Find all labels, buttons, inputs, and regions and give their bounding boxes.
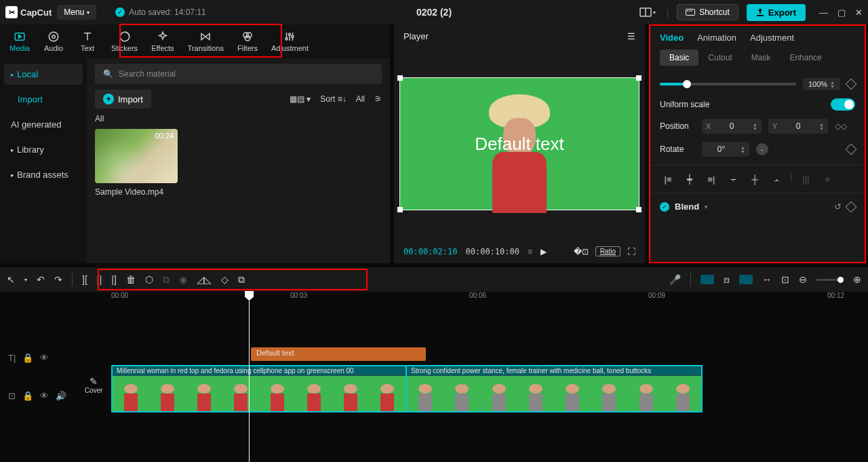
align-left-icon[interactable]: |≡ [660, 171, 676, 187]
play-button[interactable]: ▶ [540, 247, 547, 256]
magnet-icon[interactable]: ⧈ [724, 274, 730, 286]
keyframe-icon[interactable] [846, 79, 857, 90]
trim-left-tool[interactable]: [| [97, 274, 102, 285]
minimize-button[interactable]: — [819, 7, 828, 18]
pointer-dropdown[interactable]: ▾ [24, 277, 27, 283]
preview-icon[interactable]: ⊡ [781, 274, 789, 285]
timeline-ruler[interactable]: 00:00 00:03 00:06 00:09 00:12 [0, 292, 868, 307]
text-clip[interactable]: Default text [251, 347, 426, 361]
record-tool[interactable]: ◉ [179, 274, 187, 285]
sidebar-library[interactable]: ▸Library [4, 139, 83, 160]
keyframe-icon[interactable] [846, 201, 857, 212]
tab-media[interactable]: Media [3, 28, 37, 55]
subtab-basic[interactable]: Basic [660, 50, 698, 66]
ratio-button[interactable]: Ratio [595, 246, 620, 256]
snap-icon[interactable] [701, 275, 714, 284]
delete-tool[interactable]: 🗑 [126, 274, 136, 285]
rotate-tool[interactable]: ◇ [221, 274, 229, 285]
subtab-mask[interactable]: Mask [742, 50, 781, 66]
pointer-tool[interactable]: ↖ [7, 274, 15, 285]
maximize-button[interactable]: ▢ [837, 7, 846, 18]
crop-tool[interactable]: ⧉ [238, 274, 245, 286]
lock-icon[interactable]: 🔒 [22, 391, 33, 401]
rotate-input[interactable]: 0°▲▼ [702, 142, 749, 157]
view-toggle[interactable]: ▦▤ ▾ [290, 94, 311, 104]
copy-tool[interactable]: ⧉ [163, 274, 170, 286]
mirror-tool[interactable]: ◿◺ [197, 274, 212, 285]
export-button[interactable]: Export [747, 4, 806, 21]
tab-transitions[interactable]: Transitions [181, 28, 231, 55]
align-hcenter-icon[interactable]: ┿ [682, 171, 698, 187]
blend-label[interactable]: Blend [675, 201, 699, 212]
sidebar-local[interactable]: ▸Local [4, 64, 83, 85]
lock-icon[interactable]: 🔒 [22, 353, 33, 363]
media-panel: Media Audio Text Stickers Effects Transi… [0, 24, 390, 263]
mute-icon[interactable]: 🔊 [56, 391, 66, 401]
search-input[interactable]: 🔍Search material [95, 64, 382, 84]
split-tool[interactable]: ]​[ [82, 274, 87, 285]
mic-icon[interactable]: 🎤 [669, 274, 681, 285]
cover-button[interactable]: ✎Cover [79, 376, 108, 394]
video-clip-2[interactable]: Strong confident power stance, female tr… [407, 365, 703, 412]
align-top-icon[interactable]: ⫟ [725, 171, 741, 187]
media-thumb[interactable]: 00:24 Sample Video.mp4 [95, 129, 178, 197]
subtab-enhance[interactable]: Enhance [780, 50, 831, 66]
uniform-scale-toggle[interactable] [831, 98, 855, 111]
tab-effects[interactable]: Effects [144, 28, 180, 55]
layout-button[interactable]: ▾ [637, 5, 658, 20]
distribute-v-icon[interactable]: ≡ [819, 171, 835, 187]
shortcut-button[interactable]: Shortcut [677, 4, 738, 20]
capture-icon[interactable]: �⊡ [574, 247, 589, 256]
media-browser: 🔍Search material +Import ▦▤ ▾ Sort ≡↓ Al… [87, 58, 390, 263]
redo-button[interactable]: ↷ [54, 274, 62, 285]
player-canvas[interactable]: Default text [399, 77, 639, 210]
tab-text[interactable]: Text [71, 28, 104, 55]
distribute-h-icon[interactable]: ||| [797, 171, 814, 187]
reset-icon[interactable]: ↺ [834, 201, 842, 212]
rotate-dial[interactable]: - [756, 143, 768, 155]
playhead[interactable] [249, 292, 250, 462]
timeline[interactable]: 00:00 00:03 00:06 00:09 00:12 T|🔒👁 Defau… [0, 292, 868, 462]
shield-tool[interactable]: ⬡ [145, 274, 153, 285]
pos-x-input[interactable]: X0▲▼ [702, 119, 762, 134]
sidebar-import[interactable]: Import [4, 89, 83, 110]
scale-value[interactable]: 100%▲▼ [803, 78, 840, 90]
tab-stickers[interactable]: Stickers [104, 28, 144, 55]
zoom-out-icon[interactable]: ⊖ [799, 274, 807, 285]
close-button[interactable]: ✕ [855, 7, 863, 18]
player-panel: Player ☰ Default text 00:00:02:10 00:00:… [394, 24, 645, 263]
keyframe-icon[interactable] [846, 144, 857, 155]
video-clip-1[interactable]: Millennial woman in red top and fedora u… [111, 365, 407, 412]
insp-tab-animation[interactable]: Animation [697, 33, 736, 43]
zoom-in-icon[interactable]: ⊕ [853, 274, 861, 285]
align-right-icon[interactable]: ≡| [703, 171, 719, 187]
insp-tab-video[interactable]: Video [660, 33, 684, 43]
eye-icon[interactable]: 👁 [40, 353, 49, 363]
trim-right-tool[interactable]: |] [111, 274, 117, 285]
tab-adjustment[interactable]: Adjustment [264, 28, 315, 55]
menu-button[interactable]: Menu▾ [57, 5, 96, 20]
align-bottom-icon[interactable]: ⫠ [768, 171, 785, 187]
link-icon[interactable]: ◇◇ [835, 121, 847, 131]
filter-all[interactable]: All [356, 94, 365, 104]
import-button[interactable]: +Import [95, 90, 151, 109]
player-menu-icon[interactable]: ☰ [627, 31, 635, 41]
eye-icon[interactable]: 👁 [40, 391, 49, 401]
list-icon[interactable]: ≡ [528, 247, 532, 256]
undo-button[interactable]: ↶ [37, 274, 45, 285]
tab-filters[interactable]: Filters [231, 28, 264, 55]
zoom-slider[interactable] [816, 279, 844, 281]
tab-audio[interactable]: Audio [37, 28, 71, 55]
insp-tab-adjustment[interactable]: Adjustment [750, 33, 794, 43]
sidebar-brand[interactable]: ▸Brand assets [4, 164, 83, 185]
expand-icon[interactable]: ↔ [762, 274, 772, 285]
sort-button[interactable]: Sort ≡↓ [320, 94, 346, 104]
pos-y-input[interactable]: Y0▲▼ [768, 119, 828, 134]
filter-icon[interactable]: ⚞ [374, 94, 382, 104]
subtab-cutout[interactable]: Cutout [698, 50, 741, 66]
align-vcenter-icon[interactable]: ┼ [747, 171, 763, 187]
link-icon[interactable] [739, 275, 753, 284]
fullscreen-icon[interactable]: ⛶ [627, 247, 635, 256]
sidebar-ai[interactable]: AI generated [4, 114, 83, 135]
scale-slider[interactable] [660, 83, 796, 85]
